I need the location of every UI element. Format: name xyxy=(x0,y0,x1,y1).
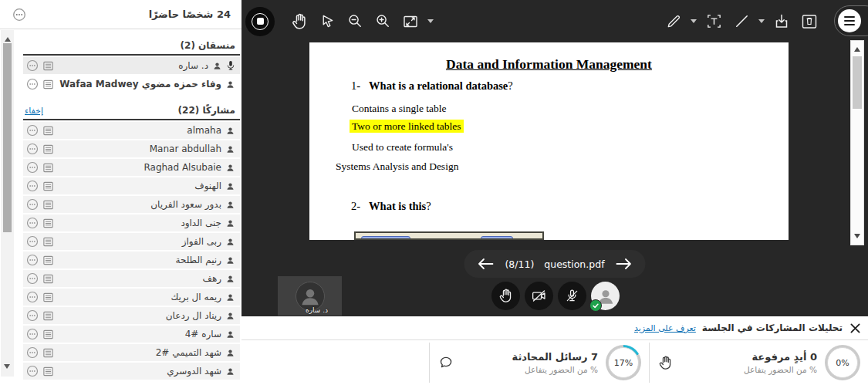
hide-participants-link[interactable]: إخفاء xyxy=(25,106,43,116)
participant-row: شهد التميمي #2 xyxy=(23,344,240,361)
scroll-up-arrow[interactable] xyxy=(5,34,11,42)
stop-recording-button[interactable] xyxy=(245,7,275,36)
participant-name: ريمه ال بريك xyxy=(58,292,221,302)
participant-name: Raghad Alsubaie xyxy=(58,162,221,173)
slide-question-1: 1-What is a relational database? xyxy=(351,79,513,93)
pencil-options-dropdown[interactable] xyxy=(687,8,700,35)
attendee-menu-icon[interactable] xyxy=(26,309,39,322)
person-icon xyxy=(225,348,235,358)
scrollbar-thumb[interactable] xyxy=(3,43,12,232)
next-slide-button[interactable] xyxy=(615,256,633,272)
hands-raised-label: 0 أيدٍ مرفوعة xyxy=(711,351,817,363)
attendee-menu-icon[interactable] xyxy=(26,328,39,340)
participant-row: Raghad Alsubaie xyxy=(23,159,240,176)
scroll-up-arrow[interactable] xyxy=(854,44,860,52)
person-icon xyxy=(225,329,235,339)
participants-section-header: مشاركًا (22) إخفاء xyxy=(23,105,240,120)
person-icon xyxy=(225,163,235,173)
close-analytics-button[interactable] xyxy=(849,322,862,335)
text-tool-icon xyxy=(705,12,723,30)
camera-off-button[interactable] xyxy=(525,282,553,310)
line-tool-button[interactable] xyxy=(728,8,755,35)
person-icon xyxy=(225,126,235,136)
slide-canvas[interactable]: Data and Information Management 1-What i… xyxy=(309,42,789,240)
fit-options-dropdown[interactable] xyxy=(424,8,437,35)
participant-row: almaha xyxy=(23,122,240,139)
attendee-menu-icon[interactable] xyxy=(26,124,39,137)
person-icon xyxy=(225,237,235,247)
participant-row: ربى الفواز xyxy=(23,233,240,250)
attendee-menu-icon[interactable] xyxy=(26,291,39,303)
participant-row: رنيم الطلحة xyxy=(23,252,240,268)
moderator-name: د. ساره xyxy=(58,60,208,71)
participant-row: ساره #4 xyxy=(23,326,240,343)
status-check-badge xyxy=(589,299,602,312)
microphone-off-button[interactable] xyxy=(558,282,586,310)
slide-line: Systems Analysis and Design xyxy=(336,160,458,173)
network-status-icon xyxy=(42,218,54,229)
person-silhouette-icon xyxy=(299,285,322,308)
attendee-menu-icon[interactable] xyxy=(26,198,39,211)
participant-name: ساره #4 xyxy=(58,329,221,339)
participant-name: Manar abdullah xyxy=(58,144,221,154)
delete-annotations-button[interactable] xyxy=(796,8,822,35)
previous-slide-button[interactable] xyxy=(476,256,495,272)
pencil-tool-button[interactable] xyxy=(660,8,687,35)
participant-row: Manar abdullah xyxy=(23,140,240,157)
chat-messages-sublabel: % من الحضور يتفاعل xyxy=(491,365,598,374)
attendee-menu-icon[interactable] xyxy=(26,254,39,266)
slide-line: Contains a single table xyxy=(352,103,447,115)
zoom-out-icon xyxy=(346,12,364,30)
attendee-menu-icon[interactable] xyxy=(26,272,39,285)
person-icon xyxy=(225,200,235,210)
hand-pan-icon xyxy=(290,12,309,31)
attendees-list: منسقان (2) د. ساره xyxy=(0,29,241,380)
attendee-menu-icon[interactable] xyxy=(26,143,39,155)
save-annotations-button[interactable] xyxy=(768,8,795,35)
slide-navigation: (8/11) question.pdf xyxy=(464,250,645,278)
attendees-scrollbar[interactable] xyxy=(1,30,14,377)
attendee-menu-icon[interactable] xyxy=(26,161,39,174)
network-status-icon xyxy=(42,273,54,285)
analytics-header: تحليلات المشاركات في الجلسة تعرف على الم… xyxy=(241,316,868,340)
learn-more-link[interactable]: تعرف على المزيد xyxy=(634,323,696,333)
person-icon xyxy=(225,255,235,265)
microphone-on-icon xyxy=(226,60,235,71)
pan-tool-button[interactable] xyxy=(286,8,312,35)
attendee-menu-icon[interactable] xyxy=(26,235,39,248)
attendees-menu-button[interactable] xyxy=(12,8,26,22)
scroll-down-arrow[interactable] xyxy=(854,234,860,241)
participant-row: ريناد ال ردعان xyxy=(23,307,240,324)
attendee-menu-icon[interactable] xyxy=(26,180,39,192)
presentation-stage: Data and Information Management 1-What i… xyxy=(241,0,868,316)
chat-messages-percent: 17% xyxy=(614,358,633,368)
raise-hand-button[interactable] xyxy=(491,282,520,310)
pointer-tool-button[interactable] xyxy=(314,8,340,35)
participant-name: ريناد ال ردعان xyxy=(58,310,221,321)
collaborate-panel-button[interactable] xyxy=(834,5,868,36)
attendee-menu-icon[interactable] xyxy=(26,217,39,229)
fit-to-page-button[interactable] xyxy=(397,8,424,35)
chevron-down-icon xyxy=(427,19,434,26)
slide-scrollbar[interactable] xyxy=(850,40,864,245)
scroll-down-arrow[interactable] xyxy=(4,364,10,372)
text-tool-button[interactable] xyxy=(701,8,727,35)
close-x-icon xyxy=(849,322,862,335)
line-options-dropdown[interactable] xyxy=(755,8,768,35)
attendee-menu-icon[interactable] xyxy=(26,346,39,359)
scrollbar-thumb[interactable] xyxy=(853,56,862,109)
participant-row: جنى الداود xyxy=(23,214,240,231)
presenter-video-thumbnail[interactable]: د. ساره xyxy=(278,276,342,316)
participant-name: رهف xyxy=(58,273,221,284)
my-status-avatar-button[interactable] xyxy=(591,282,620,310)
zoom-out-button[interactable] xyxy=(342,8,368,35)
participant-name: بدور سعود الفريان xyxy=(58,199,221,210)
zoom-in-button[interactable] xyxy=(370,8,396,35)
network-status-icon xyxy=(42,255,54,266)
pointer-arrow-icon xyxy=(319,12,336,30)
network-status-icon xyxy=(42,329,54,340)
slide-question-2: 2-What is this? xyxy=(351,200,431,213)
attendee-menu-icon[interactable] xyxy=(26,78,39,90)
attendee-menu-icon[interactable] xyxy=(26,365,39,377)
attendee-menu-icon[interactable] xyxy=(26,59,39,72)
